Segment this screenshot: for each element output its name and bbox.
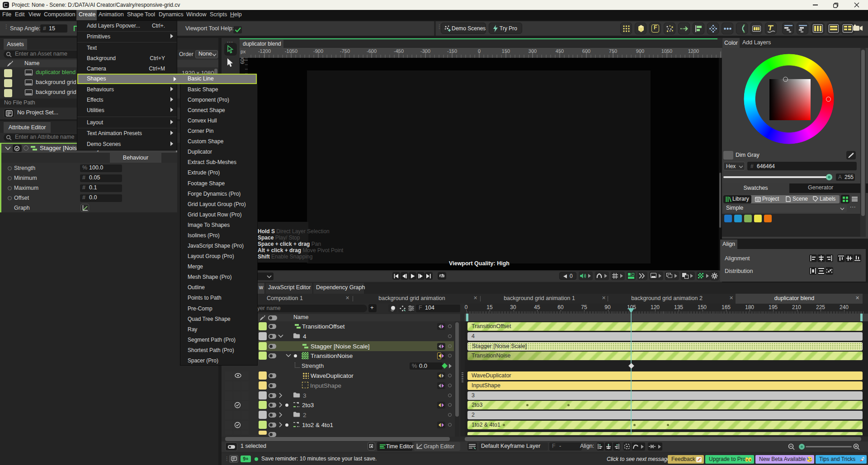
- svg-text:600: 600: [240, 58, 245, 64]
